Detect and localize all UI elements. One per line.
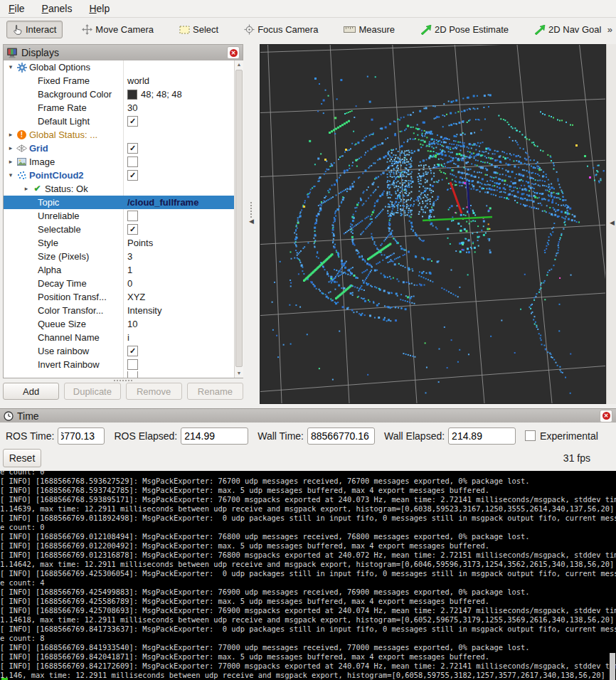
menu-file[interactable]: File [9, 3, 25, 14]
property-value-cell[interactable]: /cloud_fullframe [123, 196, 243, 209]
splitter-collapse-left-icon[interactable]: ◀ [249, 218, 254, 225]
wall-elapsed-field[interactable] [448, 427, 516, 445]
property-value-cell[interactable] [123, 128, 243, 142]
add-button[interactable]: Add [3, 383, 59, 400]
tree-row-size-pixels[interactable]: Size (Pixels)3 [4, 250, 243, 263]
property-value-cell[interactable] [123, 209, 243, 223]
tree-row-color-transfor[interactable]: Color Transfor...Intensity [4, 304, 243, 317]
tree-row-unreliable[interactable]: Unreliable [4, 209, 243, 223]
terminal-scrollbar-thumb[interactable] [610, 653, 615, 680]
toolbar-overflow-chevron[interactable]: » [607, 24, 612, 35]
property-value-cell[interactable]: 1 [123, 263, 243, 277]
property-value: /cloud_fullframe [127, 196, 198, 209]
tree-row-alpha[interactable]: Alpha1 [4, 263, 243, 277]
checkbox-checked[interactable]: ✓ [127, 143, 138, 154]
tool-focus-camera[interactable]: Focus Camera [238, 21, 324, 38]
tool-select[interactable]: Select [173, 21, 225, 38]
property-value-cell[interactable] [123, 155, 243, 169]
expander-closed-icon[interactable]: ▸ [21, 182, 31, 196]
tree-row-invert-rainbow[interactable]: Invert Rainbow [4, 358, 243, 371]
wall-time-field[interactable] [307, 427, 375, 445]
property-value-cell[interactable]: 30 [123, 101, 243, 115]
checkbox-checked[interactable]: ✓ [127, 116, 138, 127]
tree-row-global-status[interactable]: ▸!Global Status: ... [4, 128, 243, 142]
property-value-cell[interactable]: Points [123, 236, 243, 250]
checkbox-unchecked[interactable] [127, 156, 138, 167]
displays-close-button[interactable]: ✕ [227, 46, 240, 59]
property-value-cell[interactable]: i [123, 331, 243, 344]
tree-row-position-transf[interactable]: Position Transf...XYZ [4, 290, 243, 304]
scroll-up-icon[interactable]: ▲ [235, 60, 243, 69]
checkbox-checked[interactable]: ✓ [127, 224, 138, 235]
tree-row-frame-rate[interactable]: Frame Rate30 [4, 101, 243, 115]
tree-row-background-color[interactable]: Background Color48; 48; 48 [4, 87, 243, 101]
property-label: Use rainbow [38, 344, 89, 358]
property-value-cell[interactable]: ✓ [123, 142, 243, 155]
tool-2d-nav-goal[interactable]: 2D Nav Goal [528, 21, 607, 38]
tree-row-use-rainbow[interactable]: Use rainbow✓ [4, 344, 243, 358]
menu-help[interactable]: Help [89, 3, 110, 14]
checkbox-checked[interactable]: ✓ [127, 346, 138, 356]
tree-row-style[interactable]: StylePoints [4, 236, 243, 250]
property-value-cell[interactable]: 48; 48; 48 [123, 87, 243, 101]
reset-button[interactable]: Reset [3, 449, 41, 467]
ros-time-field[interactable] [58, 427, 105, 445]
property-value-cell[interactable]: 10 [123, 317, 243, 331]
panel-resize-handle[interactable] [3, 377, 243, 381]
tree-row-fixed-frame[interactable]: Fixed Frameworld [4, 74, 243, 87]
splitter-handle[interactable] [250, 202, 252, 218]
property-value: i [127, 331, 129, 344]
property-value-cell[interactable]: Intensity [123, 304, 243, 317]
expander-closed-icon[interactable]: ▸ [6, 128, 16, 142]
expander-open-icon[interactable]: ▾ [6, 169, 16, 182]
pointcloud-canvas[interactable] [260, 45, 605, 403]
property-value-cell[interactable]: 0 [123, 277, 243, 290]
displays-panel-header[interactable]: Displays ✕ [4, 45, 243, 60]
terminal-log[interactable]: e count: 0[ INFO] [1688566768.593627529]… [0, 471, 616, 680]
property-value-cell[interactable]: ✓ [123, 169, 243, 182]
tool-measure[interactable]: Measure [337, 21, 401, 38]
property-value-cell[interactable]: ✓ [123, 223, 243, 236]
tree-row-status-ok[interactable]: ▸✔Status: Ok [4, 182, 243, 196]
scrollbar-thumb[interactable] [235, 70, 243, 367]
tree-row-channel-name[interactable]: Channel Namei [4, 331, 243, 344]
property-value-cell[interactable]: ✓ [123, 115, 243, 128]
tree-row-selectable[interactable]: Selectable✓ [4, 223, 243, 236]
time-close-button[interactable]: ✕ [600, 410, 612, 423]
3d-viewport[interactable] [260, 44, 606, 404]
property-value-cell[interactable]: XYZ [123, 290, 243, 304]
collapsed-views-panel[interactable]: ◀ [606, 44, 616, 404]
tree-row-image[interactable]: ▸Image [4, 155, 243, 169]
property-value-cell[interactable] [123, 358, 243, 371]
property-value-cell[interactable] [123, 182, 243, 196]
tree-row-topic[interactable]: Topic/cloud_fullframe [4, 196, 243, 209]
checkbox-unchecked[interactable] [127, 211, 138, 221]
tool-interact[interactable]: Interact [6, 21, 63, 38]
property-value-cell[interactable]: 3 [123, 250, 243, 263]
tool-2d-pose-estimate[interactable]: 2D Pose Estimate [414, 21, 515, 38]
checkbox-checked[interactable]: ✓ [127, 170, 138, 181]
property-name-cell: Background Color [4, 87, 123, 101]
property-value-cell[interactable] [123, 60, 243, 74]
tree-row-global-options[interactable]: ▾Global Options [4, 60, 243, 74]
expander-closed-icon[interactable]: ▸ [6, 155, 16, 169]
tool-move-camera[interactable]: Move Camera [75, 21, 160, 38]
menu-panels[interactable]: Panels [42, 3, 73, 14]
displays-scrollbar[interactable]: ▲ ▼ [234, 60, 243, 378]
tree-row-decay-time[interactable]: Decay Time0 [4, 277, 243, 290]
log-line: [ INFO] [1688566769.012108494]: MsgPackE… [0, 532, 616, 541]
tree-row-queue-size[interactable]: Queue Size10 [4, 317, 243, 331]
tree-row-default-light[interactable]: Default Light✓ [4, 115, 243, 128]
expander-open-icon[interactable]: ▾ [6, 60, 16, 74]
checkbox-unchecked[interactable] [127, 359, 138, 370]
expander-closed-icon[interactable]: ▸ [6, 142, 16, 155]
tree-row-pointcloud2[interactable]: ▾PointCloud2✓ [4, 169, 243, 182]
property-value-cell[interactable]: ✓ [123, 344, 243, 358]
property-value-cell[interactable]: world [123, 74, 243, 87]
tree-row-grid[interactable]: ▸Grid✓ [4, 142, 243, 155]
panel-expand-left-icon[interactable]: ◀ [610, 219, 615, 226]
time-panel-header[interactable]: Time ✕ [0, 408, 616, 423]
ros-elapsed-field[interactable] [181, 427, 248, 445]
property-value: 1 [127, 263, 132, 277]
experimental-checkbox[interactable] [525, 430, 536, 441]
